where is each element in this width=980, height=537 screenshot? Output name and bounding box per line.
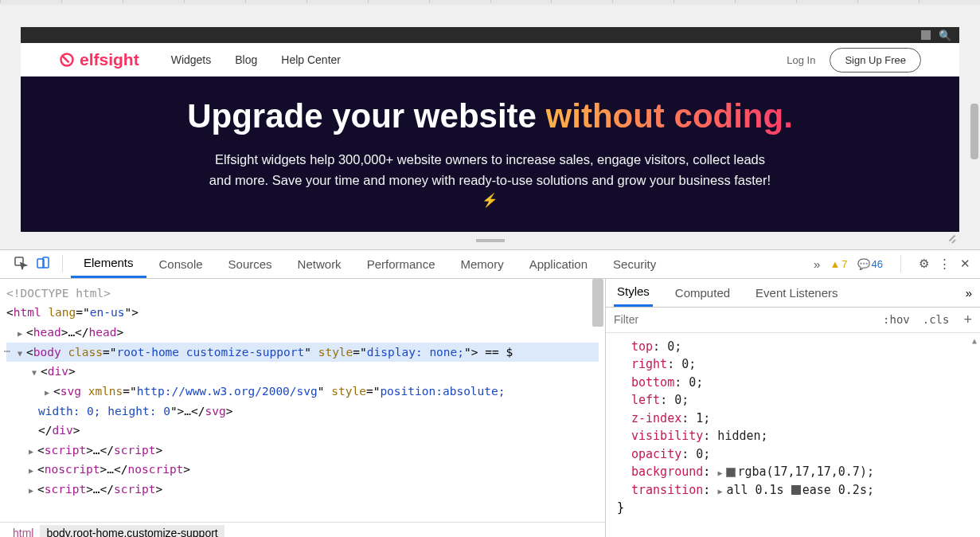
dom-div-close[interactable]: </div> [6, 421, 599, 441]
rendered-page: 🔍 elfsight Widgets Blog Help Center Log … [21, 27, 959, 232]
close-devtools-icon[interactable]: ✕ [960, 257, 970, 271]
cls-toggle[interactable]: .cls [916, 313, 956, 326]
admin-bar: 🔍 [21, 27, 959, 43]
dom-head[interactable]: ▶<head>…</head> [6, 323, 599, 343]
page-scrollbar[interactable] [970, 104, 978, 159]
tab-security[interactable]: Security [600, 249, 669, 278]
tabs-overflow-icon[interactable]: » [814, 257, 820, 271]
dom-body-selected[interactable]: ⋯▼<body class="root-home customize-suppo… [6, 343, 599, 363]
hero-title-b: without coding. [546, 97, 793, 135]
hero-description: Elfsight widgets help 300,000+ website o… [204, 150, 777, 211]
devtools: Elements Console Sources Network Perform… [0, 249, 980, 537]
site-header: elfsight Widgets Blog Help Center Log In… [21, 43, 959, 76]
nav-widgets[interactable]: Widgets [171, 53, 212, 66]
tab-elements[interactable]: Elements [71, 249, 146, 278]
search-icon[interactable]: 🔍 [939, 29, 951, 41]
dom-breadcrumb: html body.root-home.customize-support [0, 522, 605, 537]
styles-filter-row: :hov .cls + [606, 308, 980, 333]
hero-title: Upgrade your website without coding. [68, 97, 912, 135]
dom-noscript[interactable]: ▶<noscript>…</noscript> [6, 460, 599, 480]
css-rules[interactable]: ▲ top: 0; right: 0; bottom: 0; left: 0; … [606, 333, 980, 537]
grip-icon [476, 239, 505, 242]
elements-panel: <!DOCTYPE html> <html lang="en-us"> ▶<he… [0, 279, 606, 537]
color-swatch-icon[interactable] [726, 468, 736, 477]
hero: Upgrade your website without coding. Elf… [21, 76, 959, 232]
dom-tree[interactable]: <!DOCTYPE html> <html lang="en-us"> ▶<he… [0, 279, 605, 522]
signup-button[interactable]: Sign Up Free [830, 48, 921, 73]
styles-panel: Styles Computed Event Listeners » :hov .… [606, 279, 980, 537]
ruler [0, 0, 980, 5]
main-nav: Widgets Blog Help Center [171, 53, 341, 66]
tab-console[interactable]: Console [146, 249, 216, 278]
logo[interactable]: elfsight [59, 50, 139, 69]
tab-performance[interactable]: Performance [354, 249, 448, 278]
devtools-resize-handle[interactable] [0, 232, 980, 249]
new-rule-icon[interactable]: + [955, 312, 980, 328]
rule-close: } [617, 499, 969, 517]
logo-text: elfsight [80, 50, 139, 69]
nav-help[interactable]: Help Center [281, 53, 341, 66]
inspect-element-icon[interactable] [10, 256, 32, 272]
avatar-placeholder-icon[interactable] [921, 30, 931, 40]
tab-computed[interactable]: Computed [672, 278, 733, 307]
device-toolbar-icon[interactable] [32, 256, 54, 272]
login-link[interactable]: Log In [787, 54, 815, 66]
tab-network[interactable]: Network [285, 249, 354, 278]
scroll-up-icon[interactable]: ▲ [972, 335, 977, 347]
devtools-tabbar: Elements Console Sources Network Perform… [0, 250, 980, 279]
tab-styles[interactable]: Styles [614, 278, 653, 307]
tab-sources[interactable]: Sources [216, 249, 285, 278]
dom-scrollbar[interactable] [592, 279, 603, 327]
messages-badge[interactable]: 💬 46 [857, 258, 883, 270]
tab-event-listeners[interactable]: Event Listeners [752, 278, 841, 307]
dom-svg[interactable]: ▶<svg xmlns="http://www.w3.org/2000/svg"… [6, 382, 599, 402]
resize-corner-icon[interactable] [948, 234, 958, 244]
dom-html[interactable]: <html lang="en-us"> [6, 303, 599, 323]
dom-svg-cont[interactable]: width: 0; height: 0">…</svg> [6, 402, 599, 421]
tab-memory[interactable]: Memory [448, 249, 517, 278]
hero-title-a: Upgrade your website [187, 97, 545, 135]
styles-tabbar: Styles Computed Event Listeners » [606, 279, 980, 308]
nav-blog[interactable]: Blog [235, 53, 257, 66]
styles-tabs-overflow-icon[interactable]: » [966, 286, 972, 300]
breadcrumb-body[interactable]: body.root-home.customize-support [40, 525, 224, 537]
styles-filter-input[interactable] [606, 313, 877, 326]
warnings-badge[interactable]: ▲ 7 [830, 258, 847, 270]
kebab-menu-icon[interactable]: ⋮ [939, 257, 951, 271]
tab-application[interactable]: Application [517, 249, 600, 278]
hov-toggle[interactable]: :hov [877, 313, 916, 326]
dom-script2[interactable]: ▶<script>…</script> [6, 480, 599, 500]
dom-div-open[interactable]: ▼<div> [6, 362, 599, 382]
easing-swatch-icon[interactable] [791, 485, 801, 495]
dom-script1[interactable]: ▶<script>…</script> [6, 441, 599, 461]
logo-icon [59, 52, 75, 68]
settings-icon[interactable]: ⚙ [919, 257, 929, 271]
breadcrumb-html[interactable]: html [6, 525, 40, 537]
dom-doctype[interactable]: <!DOCTYPE html> [6, 284, 599, 304]
